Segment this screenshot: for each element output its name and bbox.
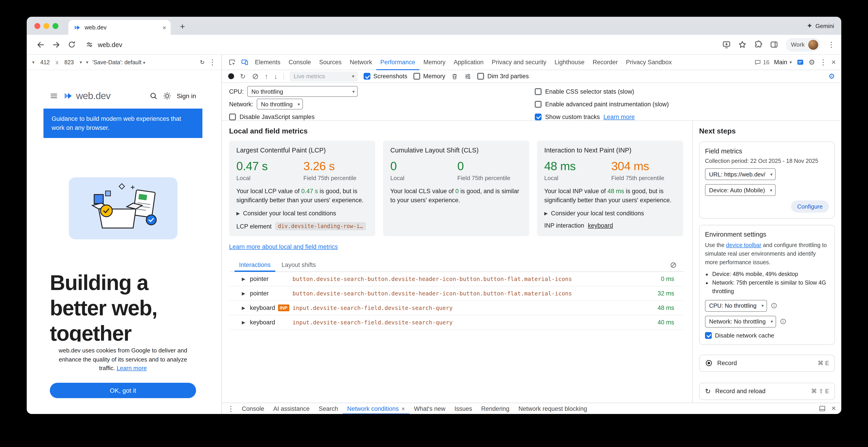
devtools-close-icon[interactable]: ×	[831, 58, 836, 67]
omnibox[interactable]: web.dev	[86, 41, 122, 48]
minimize-window-button[interactable]	[43, 23, 49, 29]
interaction-row[interactable]: ▶ pointer button.devsite-search-button.d…	[229, 286, 683, 301]
console-message-count[interactable]: 16	[754, 59, 770, 66]
disable-js-samples-checkbox[interactable]: Disable JavaScript samples	[229, 111, 358, 122]
interaction-row[interactable]: ▶ keyboardINP input.devsite-search-field…	[229, 301, 683, 315]
drawer-tab-whats-new[interactable]: What's new	[409, 403, 450, 414]
cookie-learn-more-link[interactable]: Learn more	[117, 365, 147, 372]
metrics-learn-more-link[interactable]: Learn more about local and field metrics	[229, 243, 338, 250]
interaction-node-link[interactable]: button.devsite-search-button.devsite-hea…	[292, 276, 642, 282]
drawer-tab-search[interactable]: Search	[314, 403, 343, 414]
tab-privacy-and-security[interactable]: Privacy and security	[488, 55, 551, 70]
device-type-select-icon[interactable]: ▾	[32, 60, 34, 65]
gemini-badge[interactable]: Gemini	[806, 17, 834, 35]
configure-button[interactable]: Configure	[791, 200, 829, 213]
inp-test-conditions-expander[interactable]: ▶ Consider your local test conditions	[544, 210, 676, 217]
checkbox-unchecked-icon[interactable]	[535, 101, 541, 107]
field-url-select[interactable]: URL: https://web.dev/▾	[705, 168, 776, 180]
paint-instrumentation-checkbox[interactable]: Enable advanced paint instrumentation (s…	[535, 99, 669, 109]
load-profile-icon[interactable]: ↑	[265, 73, 268, 80]
drawer-menu-icon[interactable]: ⋮	[227, 404, 235, 413]
tab-layout-shifts[interactable]: Layout shifts	[277, 258, 320, 272]
checkbox-unchecked-icon[interactable]	[535, 88, 541, 95]
capture-settings-gear-icon[interactable]: ⚙	[828, 72, 835, 80]
tab-network[interactable]: Network	[346, 55, 376, 70]
tab-performance[interactable]: Performance	[376, 55, 420, 70]
browser-tab[interactable]: web.dev ×	[68, 20, 171, 35]
hamburger-menu-icon[interactable]	[50, 92, 58, 100]
checkbox-checked-icon[interactable]	[705, 332, 712, 339]
profile-chip[interactable]: Work	[785, 38, 820, 51]
tab-elements[interactable]: Elements	[251, 55, 285, 70]
rotate-viewport-icon[interactable]: ↻	[200, 59, 205, 66]
cpu-throttling-select[interactable]: No throttling▾	[247, 86, 358, 97]
interaction-node-link[interactable]: button.devsite-search-button.devsite-hea…	[292, 290, 642, 297]
forward-button[interactable]	[49, 37, 64, 52]
checkbox-unchecked-icon[interactable]	[229, 113, 236, 120]
tab-application[interactable]: Application	[450, 55, 488, 70]
new-tab-button[interactable]: +	[176, 20, 189, 33]
site-search-icon[interactable]	[149, 92, 158, 100]
checkbox-checked-icon[interactable]	[363, 73, 370, 80]
theme-toggle-icon[interactable]	[163, 92, 171, 100]
row-expand-icon[interactable]: ▶	[242, 320, 250, 325]
viewport-height-input[interactable]: 823	[62, 59, 75, 66]
collect-garbage-icon[interactable]	[451, 73, 459, 80]
record-and-reload-icon[interactable]: ↻	[240, 73, 246, 80]
devtools-settings-icon[interactable]: ⚙	[808, 58, 815, 67]
tab-close-icon[interactable]: ×	[162, 24, 166, 31]
drawer-tab-ai-assistance[interactable]: AI assistance	[269, 403, 314, 414]
checkbox-unchecked-icon[interactable]	[413, 73, 420, 80]
interaction-node-link[interactable]: input.devsite-search-field.devsite-searc…	[292, 319, 642, 326]
browser-menu-icon[interactable]: ⋮	[828, 40, 835, 49]
interaction-node-link[interactable]: input.devsite-search-field.devsite-searc…	[292, 305, 642, 311]
lcp-element-node-link[interactable]: div.devsite-landing-row-item-d…	[275, 222, 366, 230]
close-window-button[interactable]	[34, 23, 40, 29]
throttling-select-icon[interactable]: ▾	[86, 60, 88, 65]
lcp-test-conditions-expander[interactable]: ▶ Consider your local test conditions	[236, 210, 368, 217]
checkbox-unchecked-icon[interactable]	[477, 73, 484, 80]
checkbox-checked-icon[interactable]	[535, 113, 541, 120]
inspect-element-icon[interactable]	[225, 56, 238, 68]
drawer-tab-issues[interactable]: Issues	[450, 403, 476, 414]
zoom-select-icon[interactable]: ▾	[80, 60, 82, 65]
bookmark-star-icon[interactable]	[738, 40, 747, 49]
network-throttling-select[interactable]: No throttling▾	[257, 99, 303, 109]
show-custom-tracks-checkbox[interactable]: Show custom tracks Learn more	[535, 111, 669, 122]
env-cpu-select[interactable]: CPU: No throttling▾	[705, 300, 767, 311]
drawer-tab-console[interactable]: Console	[237, 403, 269, 414]
drawer-tab-network-request-blocking[interactable]: Network request blocking	[514, 403, 592, 414]
tab-console[interactable]: Console	[285, 55, 315, 70]
dim-3rd-parties-checkbox[interactable]: Dim 3rd parties	[477, 73, 529, 80]
save-profile-icon[interactable]: ↓	[274, 73, 277, 80]
interaction-row[interactable]: ▶ pointer button.devsite-search-button.d…	[229, 272, 683, 286]
drawer-layout-icon[interactable]	[819, 405, 826, 412]
feedback-icon[interactable]	[796, 58, 804, 66]
tab-recorder[interactable]: Recorder	[589, 55, 622, 70]
install-pwa-icon[interactable]	[722, 40, 731, 49]
back-button[interactable]	[33, 37, 49, 52]
record-and-reload-button[interactable]: ↻ Record and reload ⌘ ⇧ E	[699, 382, 835, 400]
drawer-tab-network-conditions[interactable]: Network conditions×	[343, 403, 409, 414]
maximize-window-button[interactable]	[53, 23, 58, 29]
tab-lighthouse[interactable]: Lighthouse	[551, 55, 589, 70]
cookie-accept-button[interactable]: OK, got it	[50, 383, 196, 398]
tab-sources[interactable]: Sources	[315, 55, 346, 70]
perf-tune-icon[interactable]	[464, 73, 472, 80]
network-info-icon[interactable]	[780, 318, 786, 325]
device-toolbar-link[interactable]: device toolbar	[726, 242, 762, 248]
interaction-row[interactable]: ▶ keyboard input.devsite-search-field.de…	[229, 315, 683, 330]
sign-in-link[interactable]: Sign in	[177, 92, 196, 100]
reload-button[interactable]	[64, 37, 79, 52]
tab-interactions[interactable]: Interactions	[235, 258, 275, 272]
cpu-info-icon[interactable]	[771, 302, 777, 309]
drawer-tab-close-icon[interactable]: ×	[401, 405, 405, 412]
device-toolbar-menu-icon[interactable]: ⋮	[209, 58, 216, 67]
inp-interaction-link[interactable]: keyboard	[588, 222, 613, 229]
screenshots-checkbox[interactable]: Screenshots	[363, 73, 407, 80]
tab-privacy-sandbox[interactable]: Privacy Sandbox	[622, 55, 676, 70]
row-expand-icon[interactable]: ▶	[242, 305, 250, 310]
site-logo[interactable]: web.dev	[63, 91, 111, 101]
clear-icon[interactable]	[251, 73, 259, 80]
clear-log-icon[interactable]	[670, 261, 677, 269]
